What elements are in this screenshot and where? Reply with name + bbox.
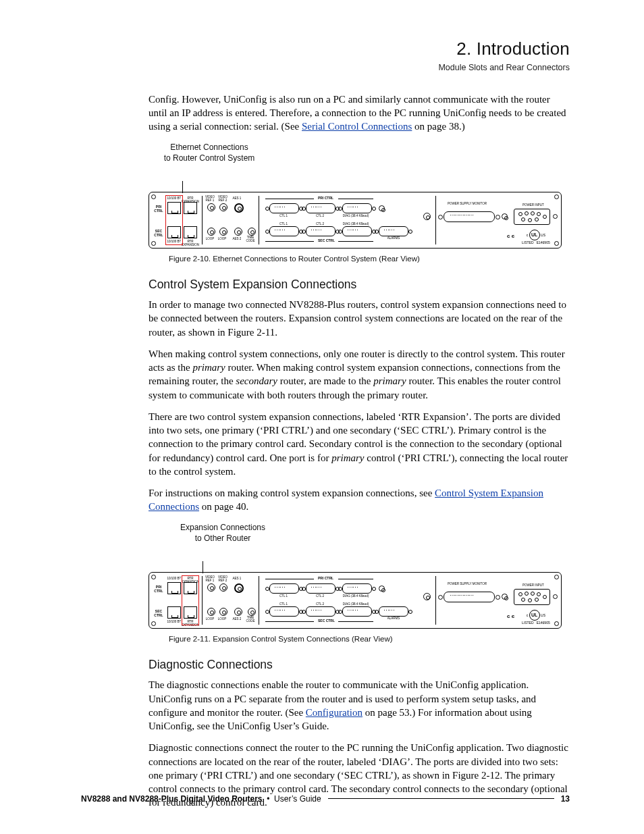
port-label: LOOP bbox=[217, 617, 227, 621]
figure-callout-label: Expansion Connections to Other Router bbox=[169, 522, 277, 544]
body-paragraph: In order to manage two connected NV8288-… bbox=[149, 298, 570, 339]
callout-line: Expansion Connections bbox=[169, 522, 277, 533]
ul-listed: LISTED bbox=[522, 621, 534, 625]
text-run: on page 38.) bbox=[412, 121, 464, 132]
figure-2-11: PRI CTRL SEC CTRL 10/100 BT RTR EXPANSIO… bbox=[149, 572, 560, 629]
body-paragraph: Config. However, UniConfig is also run o… bbox=[149, 93, 570, 134]
rj45-port bbox=[167, 606, 181, 619]
port-label: SEC CTRL bbox=[317, 619, 336, 623]
port-label: DIAG (38.4 K8aud) bbox=[340, 602, 372, 606]
port-label: VIDEO REF 1 bbox=[203, 195, 217, 202]
footer-doc-kind: User’s Guide bbox=[274, 794, 321, 804]
ul-mark-icon: UL bbox=[529, 610, 540, 621]
section-title: Module Slots and Rear Connectors bbox=[81, 62, 570, 74]
text-run: on page 40. bbox=[199, 501, 248, 512]
port-label: POWER INPUT bbox=[515, 583, 552, 587]
port-label: LOOP bbox=[205, 237, 215, 240]
heading-control-expansion: Control System Expansion Connections bbox=[149, 277, 570, 293]
body-paragraph: There are two control system expansion c… bbox=[149, 410, 570, 478]
body-paragraph: When making control system connections, … bbox=[149, 347, 570, 402]
ul-mark-icon: UL bbox=[529, 230, 540, 240]
body-paragraph: For instructions on making control syste… bbox=[149, 486, 570, 514]
port-label: AES 2 bbox=[230, 617, 244, 621]
text-run: router, are made to the bbox=[277, 375, 373, 386]
port-label: DIAG (38.4 K8aud) bbox=[340, 594, 372, 598]
port-label: LOOP bbox=[217, 237, 227, 240]
figure-caption: Figure 2-11. Expansion Control System Co… bbox=[169, 634, 570, 645]
port-label: AES 1 bbox=[230, 197, 244, 200]
page-number: 13 bbox=[561, 793, 570, 804]
port-label: SEC CTRL bbox=[317, 238, 336, 243]
rear-panel-diagram: PRI CTRL SEC CTRL 10/100 BT RTR EXPANSIO… bbox=[149, 192, 562, 249]
ul-us: US bbox=[541, 233, 545, 237]
port-label: CTL 2 bbox=[310, 594, 330, 598]
footer-sep: • bbox=[267, 794, 269, 804]
port-label: PRI CTRL bbox=[317, 196, 335, 201]
port-label: LOOP bbox=[205, 617, 215, 621]
body-paragraph: The diagnostic connections enable the ro… bbox=[149, 678, 570, 733]
footer-doc-title: NV8288 and NV8288-Plus Digital Video Rou… bbox=[81, 794, 263, 804]
port-label: AES 2 bbox=[230, 237, 244, 240]
port-label: ALARMS bbox=[383, 236, 404, 240]
port-label: PRI CTRL bbox=[317, 576, 335, 581]
rj45-port bbox=[184, 606, 197, 619]
link-serial-control[interactable]: Serial Control Connections bbox=[302, 121, 412, 132]
port-label: VIDEO REF 2 bbox=[216, 575, 230, 582]
text-run: primary bbox=[373, 375, 406, 386]
text-run: primary bbox=[331, 452, 364, 463]
port-label: CTL 2 bbox=[310, 222, 330, 226]
callout-leader bbox=[169, 545, 570, 572]
ul-us: US bbox=[541, 613, 545, 617]
rj45-port bbox=[167, 582, 181, 594]
label-sec-ctrl: SEC CTRL bbox=[152, 229, 165, 237]
port-label: POWER SUPPLY MONITOR bbox=[444, 582, 491, 585]
port-label: CTL 2 bbox=[310, 602, 330, 606]
text-run: For instructions on making control syste… bbox=[149, 488, 435, 498]
link-configuration[interactable]: Configuration bbox=[306, 707, 363, 718]
port-label: CTL 1 bbox=[273, 594, 294, 598]
port-label: AES 1 bbox=[230, 577, 244, 580]
port-label: TIME CODE bbox=[244, 616, 257, 623]
callout-leader bbox=[149, 165, 570, 192]
ce-mark: c є bbox=[507, 613, 514, 621]
port-label: CTL 1 bbox=[273, 214, 294, 217]
figure-callout-label: Ethernet Connections to Router Control S… bbox=[149, 142, 270, 163]
label-pri-ctrl: PRI CTRL bbox=[152, 205, 165, 213]
rear-panel-diagram: PRI CTRL SEC CTRL 10/100 BT RTR EXPANSIO… bbox=[149, 572, 562, 629]
port-label: DIAG (38.4 K8aud) bbox=[340, 222, 372, 226]
label-pri-ctrl: PRI CTRL bbox=[152, 585, 165, 593]
port-label: RTR EXPANSION bbox=[180, 240, 200, 246]
ul-file-no: E146905 bbox=[537, 240, 550, 244]
ce-mark: c є bbox=[507, 233, 514, 240]
rj45-port bbox=[167, 226, 181, 238]
callout-line: to Router Control System bbox=[149, 153, 270, 163]
rj45-port bbox=[184, 226, 197, 238]
port-label: ALARMS bbox=[383, 617, 404, 620]
text-run: secondary bbox=[236, 375, 277, 386]
label-sec-ctrl: SEC CTRL bbox=[152, 609, 165, 617]
heading-diagnostic: Diagnostic Connections bbox=[149, 657, 570, 673]
text-run: primary bbox=[192, 362, 225, 373]
callout-line: to Other Router bbox=[169, 533, 277, 544]
ul-file-no: E146905 bbox=[537, 621, 550, 625]
port-label: VIDEO REF 2 bbox=[216, 195, 230, 202]
port-label: RTR EXPANSION bbox=[180, 577, 200, 583]
port-label: POWER SUPPLY MONITOR bbox=[444, 202, 491, 205]
chapter-title: 2. Introduction bbox=[81, 37, 570, 61]
rj45-port bbox=[184, 202, 197, 214]
rj45-port bbox=[167, 202, 181, 214]
port-label: CTL 1 bbox=[273, 222, 294, 226]
port-label: DIAG (38.4 K8aud) bbox=[340, 214, 372, 217]
port-label: RTR EXPANSION bbox=[180, 620, 200, 627]
port-label: POWER INPUT bbox=[515, 203, 552, 207]
port-label: CTL 2 bbox=[310, 214, 330, 217]
page-footer: NV8288 and NV8288-Plus Digital Video Rou… bbox=[81, 793, 570, 804]
port-label: VIDEO REF 1 bbox=[203, 575, 217, 582]
callout-line: Ethernet Connections bbox=[149, 142, 270, 153]
figure-2-10: PRI CTRL SEC CTRL 10/100 BT RTR EXPANSIO… bbox=[149, 192, 560, 249]
port-label: CTL 1 bbox=[273, 602, 294, 606]
port-label: RTR EXPANSION bbox=[180, 197, 200, 203]
ul-listed: LISTED bbox=[522, 240, 534, 244]
footer-rule bbox=[328, 798, 554, 799]
port-label: TIME CODE bbox=[244, 236, 257, 242]
